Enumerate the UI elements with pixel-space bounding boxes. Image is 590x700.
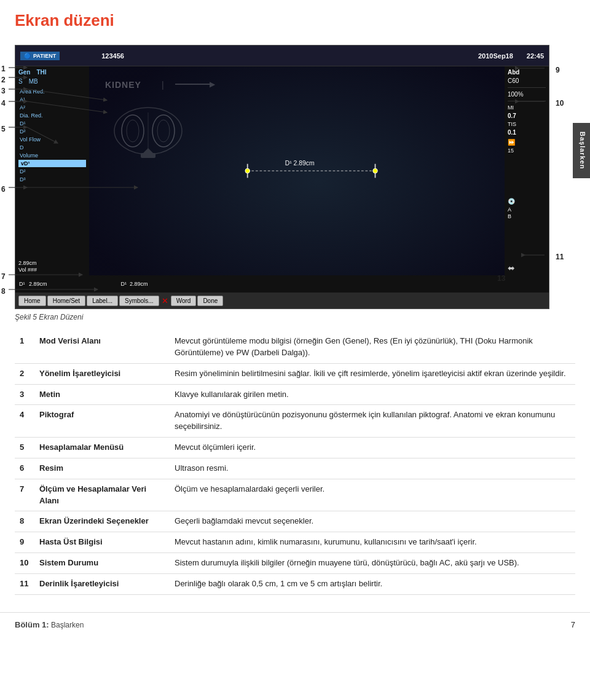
disk-icon: 💿 bbox=[508, 198, 515, 205]
us-mode-row: Gen THI bbox=[18, 69, 86, 77]
row-description: Ultrason resmi. bbox=[170, 458, 575, 479]
row-description: Resim yöneliminin belirtilmesini sağlar.… bbox=[170, 363, 575, 384]
lnum4: 4 bbox=[1, 99, 6, 108]
row-term: Metin bbox=[34, 384, 170, 405]
meas-item-0[interactable]: Area Red. bbox=[18, 88, 86, 95]
patient-icon: 🔵 bbox=[24, 53, 31, 59]
meas-d1-val: 2.89cm bbox=[29, 281, 47, 287]
meas-item-8[interactable]: Volume bbox=[18, 152, 86, 159]
toolbar-word-btn[interactable]: Word bbox=[171, 296, 197, 306]
row-number: 11 bbox=[15, 573, 34, 594]
info-table: 1Mod Verisi AlanıMevcut görüntüleme modu… bbox=[15, 331, 575, 595]
us-measurement-row: D¹ 2.89cm D¹ 2.89cm bbox=[15, 275, 549, 293]
us-mode-s: S bbox=[18, 78, 23, 85]
row-term: Yönelim İşaretleyicisi bbox=[34, 363, 170, 384]
table-row: 4PiktografAnatomiyi ve dönüştürücünün po… bbox=[15, 405, 575, 438]
depth-arrow-icon: ⬌ bbox=[508, 263, 515, 273]
lnum3: 3 bbox=[1, 87, 6, 95]
row-term: Ölçüm ve Hesaplamalar Veri Alanı bbox=[34, 479, 170, 511]
row-description: Derinliğe bağlı olarak 0,5 cm, 1 cm ve 5… bbox=[170, 573, 575, 594]
meas-item-2[interactable]: A² bbox=[18, 104, 86, 111]
center-d1-measurement: D¹ 2.89cm bbox=[121, 281, 148, 287]
ultrasound-screen: 🔵 PATIENT 123456 2010Sep18 22:45 Gen THI… bbox=[15, 45, 549, 309]
right-depth: C60 bbox=[508, 77, 519, 84]
row-number: 4 bbox=[15, 405, 34, 438]
meas-item-4[interactable]: D¹ bbox=[18, 120, 86, 127]
us-mode-gen: Gen bbox=[18, 69, 30, 76]
table-row: 8Ekran Üzerindeki SeçeneklerGeçerli bağl… bbox=[15, 511, 575, 532]
row-description: Sistem durumuyla ilişkili bilgiler (örne… bbox=[170, 553, 575, 574]
num10: 10 bbox=[556, 99, 564, 108]
row-number: 6 bbox=[15, 458, 34, 479]
svg-point-12 bbox=[373, 168, 378, 173]
diagram-container: 🔵 PATIENT 123456 2010Sep18 22:45 Gen THI… bbox=[15, 45, 575, 309]
row-description: Mevcut ölçümleri içerir. bbox=[170, 438, 575, 458]
num1: 9 bbox=[556, 66, 560, 74]
calipers-svg: D¹ 2.89cm bbox=[89, 66, 505, 275]
meas-bottom-vol: Vol ### bbox=[18, 267, 86, 273]
right-mi-value: 0.7 bbox=[508, 112, 516, 119]
right-mi-label: MI bbox=[508, 104, 514, 111]
meas-item-3[interactable]: Dia. Red. bbox=[18, 112, 86, 119]
row-term: Ekran Üzerindeki Seçenekler bbox=[34, 511, 170, 532]
footer-chapter: Bölüm 1: bbox=[15, 620, 49, 629]
us-top-bar: 🔵 PATIENT 123456 2010Sep18 22:45 bbox=[15, 45, 549, 66]
patient-label: PATIENT bbox=[33, 53, 56, 59]
meas-item-10[interactable]: D³ bbox=[18, 176, 86, 183]
left-d1-measurement: D¹ 2.89cm bbox=[19, 281, 47, 287]
toolbar-x-icon: ✕ bbox=[160, 296, 170, 305]
figure-caption: Şekil 5 Ekran Düzeni bbox=[15, 313, 575, 321]
meas-item-5[interactable]: D² bbox=[18, 128, 86, 135]
lnum5: 5 bbox=[1, 125, 6, 133]
right-name: Abd bbox=[508, 69, 519, 76]
chapter-tab: Başlarken bbox=[573, 123, 590, 178]
row-description: Ölçüm ve hesaplamalardaki geçerli verile… bbox=[170, 479, 575, 511]
toolbar-symbols-btn[interactable]: Symbols... bbox=[119, 296, 159, 306]
footer-chapter-name: Başlarken bbox=[51, 621, 84, 629]
meas-item-selected[interactable]: vD¹ bbox=[18, 160, 86, 167]
row-term: Mod Verisi Alanı bbox=[34, 331, 170, 363]
row-description: Geçerli bağlamdaki mevcut seçenekler. bbox=[170, 511, 575, 532]
row-number: 2 bbox=[15, 363, 34, 384]
table-row: 2Yönelim İşaretleyicisiResim yöneliminin… bbox=[15, 363, 575, 384]
table-row: 3MetinKlavye kullanılarak girilen metin. bbox=[15, 384, 575, 405]
toolbar-label-btn[interactable]: Label... bbox=[87, 296, 118, 306]
lnum1: 1 bbox=[1, 65, 6, 73]
row-term: Hasta Üst Bilgisi bbox=[34, 532, 170, 553]
row-term: Resim bbox=[34, 458, 170, 479]
us-mode-thi: THI bbox=[36, 69, 46, 76]
row-number: 1 bbox=[15, 331, 34, 363]
row-term: Piktograf bbox=[34, 405, 170, 438]
table-row: 11Derinlik İşaretleyicisiDerinliğe bağlı… bbox=[15, 573, 575, 594]
patient-box: 🔵 PATIENT bbox=[20, 52, 60, 60]
meas-bottom-d1: 2.89cm bbox=[18, 256, 86, 266]
meas-item-9[interactable]: D² bbox=[18, 168, 86, 175]
svg-point-11 bbox=[245, 168, 250, 173]
meas-item-6[interactable]: Vol Flow bbox=[18, 136, 86, 143]
row-term: Sistem Durumu bbox=[34, 553, 170, 574]
row-description: Anatomiyi ve dönüştürücünün pozisyonunu … bbox=[170, 405, 575, 438]
footer-page-number: 7 bbox=[571, 620, 575, 629]
lnum8: 8 bbox=[1, 287, 6, 296]
toolbar-home-btn[interactable]: Home bbox=[18, 296, 46, 306]
us-toolbar: Home Home/Set Label... Symbols... ✕ Word… bbox=[15, 293, 549, 309]
right-tis-label: TIS bbox=[508, 121, 516, 127]
toolbar-homeset-btn[interactable]: Home/Set bbox=[47, 296, 85, 306]
lnum6: 6 bbox=[1, 185, 6, 194]
meas-item-7[interactable]: D bbox=[18, 144, 86, 151]
right-percent: 100% bbox=[508, 91, 524, 98]
table-row: 6ResimUltrason resmi. bbox=[15, 458, 575, 479]
meas-item-1[interactable]: A¹ bbox=[18, 96, 86, 103]
footer-section: Bölüm 1: Başlarken bbox=[15, 620, 84, 629]
row-number: 8 bbox=[15, 511, 34, 532]
row-description: Mevcut görüntüleme modu bilgisi (örneğin… bbox=[170, 331, 575, 363]
row-number: 10 bbox=[15, 553, 34, 574]
us-mode-row2: S MB bbox=[18, 78, 86, 87]
row-term: Hesaplamalar Menüsü bbox=[34, 438, 170, 458]
meas-d1-left: D¹ bbox=[19, 281, 25, 287]
svg-text:D¹  2.89cm: D¹ 2.89cm bbox=[285, 160, 315, 167]
toolbar-done-btn[interactable]: Done bbox=[197, 296, 223, 306]
us-id: 123456 bbox=[101, 52, 124, 60]
table-row: 10Sistem DurumuSistem durumuyla ilişkili… bbox=[15, 553, 575, 574]
b-label: B bbox=[508, 213, 511, 219]
